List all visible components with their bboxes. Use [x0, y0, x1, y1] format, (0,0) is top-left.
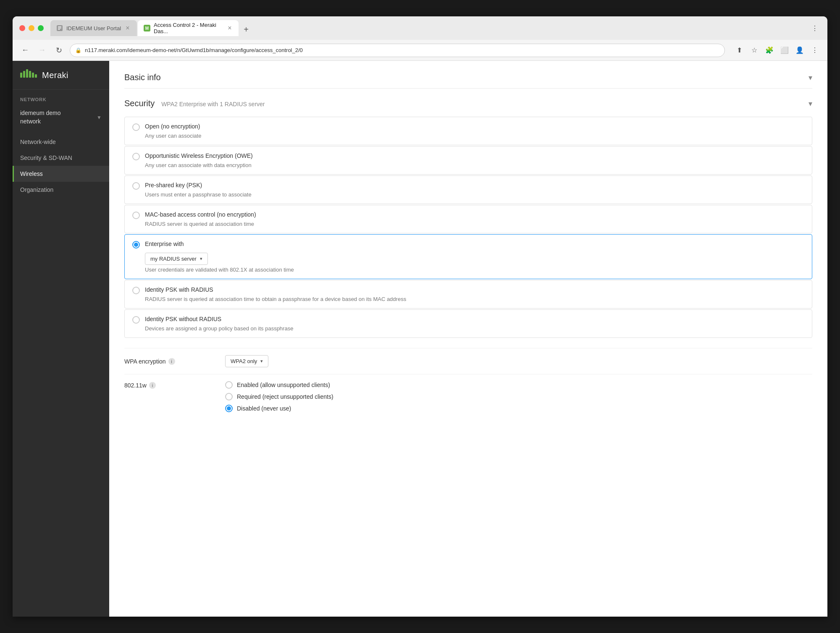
radio-enterprise-input[interactable] — [132, 241, 140, 248]
wpa-encryption-row: WPA encryption i WPA2 only ▾ — [124, 348, 812, 374]
nav-refresh-button[interactable]: ↻ — [53, 44, 65, 56]
dot11w-disabled-option[interactable]: Disabled (never use) — [225, 405, 812, 412]
radio-option-open[interactable]: Open (no encryption) Any user can associ… — [124, 117, 812, 145]
basic-info-title: Basic info — [124, 73, 161, 82]
network-selector[interactable]: idemeum demonetwork ▼ — [13, 105, 109, 130]
radio-enterprise-label: Enterprise with — [145, 241, 184, 247]
app-container: Meraki NETWORK idemeum demonetwork ▼ Net… — [13, 61, 827, 617]
dot11w-enabled-option[interactable]: Enabled (allow unsupported clients) — [225, 381, 812, 389]
sidebar-logo-text: Meraki — [42, 71, 68, 80]
dot11w-label-text: 802.11w — [124, 382, 147, 389]
sidebar-nav: Network-wide Security & SD-WAN Wireless … — [13, 134, 109, 198]
title-bar: IDEMEUM User Portal × M Access Control 2… — [13, 16, 827, 40]
tab-meraki[interactable]: M Access Control 2 - Meraki Das... × — [138, 20, 239, 36]
nav-back-button[interactable]: ← — [19, 44, 31, 56]
radio-psk-input[interactable] — [132, 182, 140, 190]
radio-option-owe[interactable]: Opportunistic Wireless Encryption (OWE) … — [124, 146, 812, 175]
basic-info-chevron[interactable]: ▾ — [808, 73, 812, 82]
radio-identity-psk-radius-description: RADIUS server is queried at association … — [145, 296, 804, 302]
sidebar-item-organization[interactable]: Organization — [13, 182, 109, 198]
window-close-button[interactable] — [19, 25, 25, 31]
security-chevron[interactable]: ▾ — [808, 99, 812, 108]
profile-icon[interactable]: 👤 — [794, 44, 806, 56]
lock-icon: 🔒 — [75, 47, 81, 53]
browser-actions: ⬆ ☆ 🧩 ⬜ 👤 ⋮ — [733, 44, 821, 56]
dot11w-enabled-radio[interactable] — [225, 381, 233, 389]
address-bar: ← → ↻ 🔒 n117.meraki.com/idemeum-demo-net… — [13, 40, 827, 61]
tabs-icon[interactable]: ⬜ — [779, 44, 790, 56]
radio-identity-psk-radius-input[interactable] — [132, 287, 140, 294]
url-text: n117.meraki.com/idemeum-demo-net/n/GtUwm… — [85, 47, 719, 53]
radio-option-identity-psk-no-radius-header: Identity PSK without RADIUS — [132, 316, 804, 324]
share-icon[interactable]: ⬆ — [733, 44, 745, 56]
sidebar-item-network-wide[interactable]: Network-wide — [13, 134, 109, 150]
nav-forward-button[interactable]: → — [36, 44, 48, 56]
extension-icon[interactable]: 🧩 — [764, 44, 775, 56]
sidebar-item-security-sd-wan[interactable]: Security & SD-WAN — [13, 150, 109, 166]
radio-option-psk-header: Pre-shared key (PSK) — [132, 182, 804, 190]
enterprise-content: my RADIUS server ▾ — [145, 253, 804, 265]
security-radio-options: Open (no encryption) Any user can associ… — [124, 117, 812, 338]
cisco-logo-icon — [20, 69, 38, 81]
radio-option-mac-based[interactable]: MAC-based access control (no encryption)… — [124, 205, 812, 233]
dot11w-info-icon[interactable]: i — [149, 382, 156, 389]
sidebar-network-section: NETWORK — [13, 90, 109, 105]
wpa-encryption-info-icon[interactable]: i — [168, 358, 175, 365]
tab-close-meraki[interactable]: × — [227, 25, 233, 31]
window-maximize-button[interactable] — [38, 25, 44, 31]
dot11w-disabled-radio[interactable] — [225, 405, 233, 412]
wpa-dropdown[interactable]: WPA2 only ▾ — [225, 355, 268, 367]
wpa-dropdown-value: WPA2 only — [231, 358, 257, 364]
radio-owe-input[interactable] — [132, 153, 140, 160]
tab-favicon-meraki: M — [144, 25, 150, 31]
sidebar-item-organization-label: Organization — [20, 186, 53, 193]
window-minimize-button[interactable] — [29, 25, 34, 31]
sidebar: Meraki NETWORK idemeum demonetwork ▼ Net… — [13, 61, 109, 617]
security-section: Security WPA2 Enterprise with 1 RADIUS s… — [124, 99, 812, 419]
dot11w-enabled-label: Enabled (allow unsupported clients) — [237, 382, 330, 388]
radio-open-input[interactable] — [132, 123, 140, 131]
radio-identity-psk-radius-label: Identity PSK with RADIUS — [145, 286, 213, 293]
tab-idemeum[interactable]: IDEMEUM User Portal × — [50, 20, 137, 36]
radio-open-description: Any user can associate — [145, 133, 804, 139]
radius-server-dropdown-arrow: ▾ — [200, 256, 202, 262]
dot11w-control: Enabled (allow unsupported clients) Requ… — [225, 381, 812, 412]
radio-psk-description: Users must enter a passphrase to associa… — [145, 191, 804, 198]
browser-more-button[interactable]: ⋮ — [809, 22, 821, 34]
radio-mac-input[interactable] — [132, 212, 140, 219]
dot11w-radio-group: Enabled (allow unsupported clients) Requ… — [225, 381, 812, 412]
dot11w-row: 802.11w i Enabled (allow unsupported cli… — [124, 374, 812, 419]
bookmark-icon[interactable]: ☆ — [748, 44, 760, 56]
radio-enterprise-description: User credentials are validated with 802.… — [145, 267, 804, 273]
new-tab-button[interactable]: + — [239, 23, 253, 36]
dot11w-required-option[interactable]: Required (reject unsupported clients) — [225, 393, 812, 400]
radio-identity-psk-no-radius-input[interactable] — [132, 316, 140, 324]
radius-server-dropdown[interactable]: my RADIUS server ▾ — [145, 253, 208, 265]
wpa-encryption-control: WPA2 only ▾ — [225, 355, 812, 367]
sidebar-item-network-wide-label: Network-wide — [20, 139, 56, 145]
dot11w-disabled-label: Disabled (never use) — [237, 405, 291, 412]
sidebar-item-wireless[interactable]: Wireless — [13, 166, 109, 182]
radio-owe-label: Opportunistic Wireless Encryption (OWE) — [145, 152, 253, 159]
radio-option-identity-psk-no-radius[interactable]: Identity PSK without RADIUS Devices are … — [124, 309, 812, 338]
dot11w-required-radio[interactable] — [225, 393, 233, 400]
radio-option-enterprise-header: Enterprise with — [132, 241, 804, 248]
sidebar-item-wireless-label: Wireless — [20, 170, 43, 177]
tab-favicon-idemeum — [56, 25, 63, 31]
sidebar-item-security-sd-wan-label: Security & SD-WAN — [20, 154, 72, 161]
sidebar-network-label: NETWORK — [20, 97, 46, 102]
tab-close-idemeum[interactable]: × — [124, 25, 131, 31]
wpa-encryption-label-text: WPA encryption — [124, 358, 166, 365]
menu-icon[interactable]: ⋮ — [809, 44, 821, 56]
url-bar[interactable]: 🔒 n117.meraki.com/idemeum-demo-net/n/GtU… — [70, 44, 725, 57]
basic-info-section-header: Basic info ▾ — [124, 73, 812, 89]
svg-rect-8 — [32, 73, 34, 78]
radio-option-psk[interactable]: Pre-shared key (PSK) Users must enter a … — [124, 175, 812, 204]
svg-rect-3 — [58, 29, 60, 30]
wpa-encryption-label: WPA encryption i — [124, 358, 225, 365]
svg-rect-9 — [35, 74, 37, 78]
wpa-dropdown-arrow: ▾ — [260, 358, 263, 364]
radio-option-enterprise[interactable]: Enterprise with my RADIUS server ▾ User … — [124, 234, 812, 279]
radio-option-identity-psk-radius[interactable]: Identity PSK with RADIUS RADIUS server i… — [124, 280, 812, 309]
svg-rect-1 — [58, 26, 61, 27]
